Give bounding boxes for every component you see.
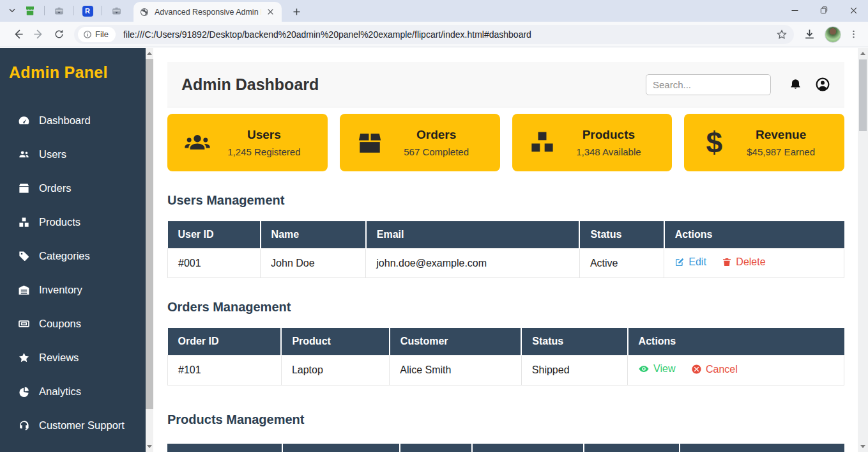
sidebar-item-analytics[interactable]: Analytics: [0, 375, 146, 409]
orders-section-heading: Orders Management: [167, 300, 844, 315]
column-header: User ID: [168, 221, 261, 249]
window-controls: [780, 0, 868, 22]
stat-title: Orders: [385, 128, 489, 142]
browser-window: R Advanced Responsive Admin Pa: [0, 0, 868, 452]
tab-search-chevron-icon[interactable]: [8, 6, 17, 15]
sidebar-item-label: Inventory: [39, 284, 82, 296]
scroll-down-arrow-icon[interactable]: [860, 445, 865, 448]
coupons-icon: [18, 318, 30, 330]
products-icon: [18, 216, 30, 228]
sidebar-item-inventory[interactable]: Inventory: [0, 273, 146, 307]
page-scrollbar[interactable]: [858, 48, 868, 452]
table-row: #001 John Doe john.doe@example.com Activ…: [168, 249, 844, 278]
address-bar[interactable]: File file:///C:/Users/91892/Desktop/back…: [74, 25, 794, 44]
order-customer-cell: Alice Smith: [390, 355, 522, 386]
sidebar-item-label: Orders: [39, 182, 71, 194]
sidebar-item-label: Reviews: [39, 352, 79, 364]
store-pinned-tab-icon[interactable]: [23, 0, 37, 22]
view-button[interactable]: View: [638, 363, 675, 375]
box-icon: [356, 129, 383, 156]
stat-value: 1,245 Registered: [212, 146, 316, 157]
minimize-button[interactable]: [780, 0, 809, 20]
cancel-button[interactable]: Cancel: [691, 364, 738, 375]
sidebar-item-customer-support[interactable]: Customer Support: [0, 409, 146, 442]
back-button[interactable]: [8, 24, 28, 45]
sidebar-scrollbar-thumb[interactable]: [146, 59, 153, 409]
sidebar-item-products[interactable]: Products: [0, 205, 146, 239]
column-header: Status: [579, 221, 664, 249]
file-scheme-chip[interactable]: File: [78, 27, 116, 42]
sidebar-menu: Dashboard Users Orders Products Categori…: [0, 104, 146, 442]
sidebar-item-label: Customer Support: [39, 419, 125, 432]
stat-value: 567 Completed: [385, 146, 489, 157]
pinned-tab-divider: [73, 6, 73, 15]
cancel-circle-icon: [691, 364, 702, 375]
info-icon: [83, 30, 92, 39]
file-chip-label: File: [95, 29, 109, 39]
restore-button[interactable]: [809, 0, 839, 20]
user-id-cell: #001: [168, 249, 261, 278]
stat-value: 1,348 Available: [557, 146, 661, 157]
r-favicon: R: [82, 6, 93, 17]
sidebar-item-reviews[interactable]: Reviews: [0, 341, 146, 375]
page-title: Admin Dashboard: [181, 75, 319, 94]
edit-pencil-icon: [674, 257, 685, 267]
sidebar-item-dashboard[interactable]: Dashboard: [0, 104, 146, 137]
dashboard-icon: [18, 114, 30, 127]
bookmark-star-icon[interactable]: [776, 29, 788, 40]
notifications-bell-icon[interactable]: [789, 78, 802, 91]
sidebar-item-users[interactable]: Users: [0, 137, 146, 171]
orders-table-header-row: Order ID Product Customer Status Actions: [168, 328, 844, 355]
tab-title: Advanced Responsive Admin Pa: [155, 8, 261, 17]
extension-pinned-tab-icon[interactable]: [109, 0, 123, 22]
forward-button[interactable]: [28, 24, 49, 45]
stat-card-users[interactable]: Users 1,245 Registered: [167, 114, 328, 171]
sidebar-title: Admin Panel: [0, 48, 146, 82]
cubes-icon: [529, 129, 556, 156]
reload-button[interactable]: [49, 24, 69, 45]
column-header: Actions: [664, 221, 844, 249]
sidebar-item-categories[interactable]: Categories: [0, 239, 146, 273]
users-icon: [18, 148, 30, 160]
scroll-down-arrow-icon[interactable]: [147, 445, 152, 448]
scroll-up-arrow-icon[interactable]: [147, 52, 152, 55]
r-pinned-tab-icon[interactable]: R: [80, 0, 95, 22]
trash-icon: [722, 257, 732, 267]
sidebar-scrollbar[interactable]: [146, 48, 153, 452]
user-profile-icon[interactable]: [815, 77, 830, 92]
browser-toolbar: File file:///C:/Users/91892/Desktop/back…: [0, 22, 868, 47]
sidebar-item-label: Categories: [39, 250, 90, 262]
download-icon[interactable]: [799, 24, 819, 45]
column-header: Actions: [628, 328, 844, 355]
new-tab-button[interactable]: [288, 3, 305, 20]
stat-card-products[interactable]: Products 1,348 Available: [512, 114, 673, 171]
table-row: #101 Laptop Alice Smith Shipped View Can: [168, 355, 844, 386]
tab-close-icon[interactable]: [265, 7, 275, 17]
close-window-button[interactable]: [839, 0, 868, 20]
stat-title: Products: [557, 128, 661, 142]
user-email-cell: john.doe@example.com: [366, 249, 580, 278]
extension-pinned-tab-icon[interactable]: [52, 0, 66, 22]
inventory-icon: [18, 284, 30, 296]
search-input[interactable]: [646, 74, 771, 95]
pinned-tab-divider: [102, 6, 102, 15]
stat-card-revenue[interactable]: $ Revenue $45,987 Earned: [684, 114, 844, 171]
user-status-cell: Active: [579, 249, 664, 278]
stat-card-orders[interactable]: Orders 567 Completed: [340, 114, 500, 171]
active-tab[interactable]: Advanced Responsive Admin Pa: [133, 2, 282, 22]
scroll-up-arrow-icon[interactable]: [860, 52, 865, 55]
delete-button[interactable]: Delete: [722, 256, 765, 268]
user-actions-cell: Edit Delete: [664, 249, 844, 278]
main-content: Admin Dashboard Users 1,245 Registered: [153, 48, 858, 452]
url-text[interactable]: file:///C:/Users/91892/Desktop/backend%2…: [123, 29, 776, 40]
edit-button[interactable]: Edit: [674, 256, 706, 268]
orders-table: Order ID Product Customer Status Actions…: [167, 328, 844, 386]
profile-avatar[interactable]: [825, 26, 841, 43]
browser-menu-kebab-icon[interactable]: [846, 24, 860, 45]
products-section-heading: Products Management: [167, 412, 844, 427]
users-group-icon: [183, 129, 211, 157]
page-scrollbar-thumb[interactable]: [859, 59, 867, 131]
sidebar-item-coupons[interactable]: Coupons: [0, 307, 146, 341]
sidebar-item-orders[interactable]: Orders: [0, 171, 146, 205]
orders-icon: [18, 182, 30, 194]
